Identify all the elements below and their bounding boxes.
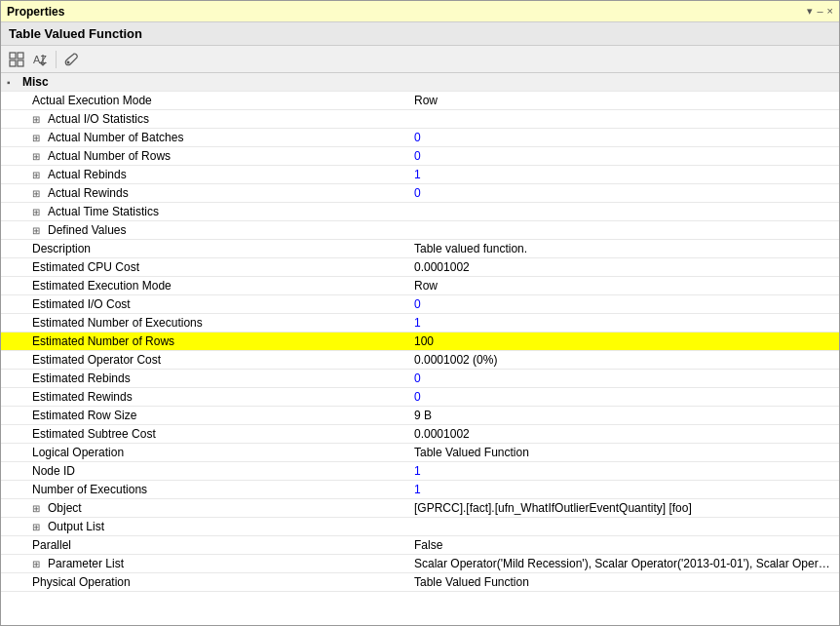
prop-estimated-operator-cost: Estimated Operator Cost 0.0001002 (0%) bbox=[1, 351, 839, 370]
actual-rebinds-label: Actual Rebinds bbox=[48, 168, 127, 181]
actual-io-statistics-value bbox=[410, 110, 839, 128]
physical-operation-value: Table Valued Function bbox=[410, 573, 839, 591]
prop-actual-rewinds[interactable]: ⊞ Actual Rewinds 0 bbox=[1, 184, 839, 203]
estimated-subtree-cost-value: 0.0001002 bbox=[410, 425, 839, 443]
parameter-list-expand-icon[interactable]: ⊞ bbox=[32, 559, 44, 569]
estimated-rewinds-value: 0 bbox=[410, 388, 839, 406]
prop-estimated-number-of-rows: Estimated Number of Rows 100 bbox=[1, 333, 839, 351]
prop-node-id: Node ID 1 bbox=[1, 462, 839, 481]
estimated-execution-mode-label: Estimated Execution Mode bbox=[32, 279, 172, 293]
prop-actual-rebinds[interactable]: ⊞ Actual Rebinds 1 bbox=[1, 166, 839, 184]
prop-logical-operation: Logical Operation Table Valued Function bbox=[1, 444, 839, 462]
estimated-row-size-label: Estimated Row Size bbox=[32, 409, 136, 422]
estimated-io-cost-label: Estimated I/O Cost bbox=[32, 297, 131, 311]
estimated-cpu-cost-value: 0.0001002 bbox=[410, 258, 839, 276]
logical-operation-label: Logical Operation bbox=[32, 446, 124, 459]
prop-parameter-list[interactable]: ⊞ Parameter List Scalar Operator('Mild R… bbox=[1, 555, 839, 573]
logical-operation-value: Table Valued Function bbox=[410, 444, 839, 461]
prop-actual-number-of-rows[interactable]: ⊞ Actual Number of Rows 0 bbox=[1, 147, 839, 166]
actual-number-of-batches-value: 0 bbox=[410, 129, 839, 146]
properties-window: Properties ▾ – × Table Valued Function A… bbox=[0, 0, 840, 626]
toolbar-separator bbox=[56, 51, 57, 68]
description-value: Table valued function. bbox=[410, 240, 839, 257]
prop-actual-io-statistics[interactable]: ⊞ Actual I/O Statistics bbox=[1, 110, 839, 129]
prop-defined-values[interactable]: ⊞ Defined Values bbox=[1, 221, 839, 240]
estimated-rewinds-label: Estimated Rewinds bbox=[32, 390, 133, 404]
actual-rewinds-expand-icon[interactable]: ⊞ bbox=[32, 188, 44, 199]
wrench-icon[interactable] bbox=[62, 50, 82, 69]
object-label: Object bbox=[48, 501, 82, 515]
estimated-subtree-cost-label: Estimated Subtree Cost bbox=[32, 427, 156, 441]
actual-batches-expand-icon[interactable]: ⊞ bbox=[32, 133, 44, 143]
panel-title: Table Valued Function bbox=[1, 22, 839, 46]
defined-values-label: Defined Values bbox=[48, 223, 127, 237]
estimated-rebinds-value: 0 bbox=[410, 370, 839, 387]
estimated-rebinds-label: Estimated Rebinds bbox=[32, 372, 131, 385]
prop-actual-time-statistics[interactable]: ⊞ Actual Time Statistics bbox=[1, 203, 839, 221]
actual-rebinds-expand-icon[interactable]: ⊞ bbox=[32, 170, 44, 180]
prop-physical-operation: Physical Operation Table Valued Function bbox=[1, 573, 839, 592]
title-bar-controls: ▾ – × bbox=[807, 5, 833, 18]
parameter-list-value: Scalar Operator('Mild Recession'), Scala… bbox=[410, 555, 839, 572]
estimated-execution-mode-value: Row bbox=[410, 277, 839, 294]
misc-expand-icon[interactable]: ▪ bbox=[7, 77, 19, 88]
prop-actual-number-of-batches[interactable]: ⊞ Actual Number of Batches 0 bbox=[1, 129, 839, 147]
section-misc[interactable]: ▪ Misc bbox=[1, 73, 839, 92]
prop-estimated-number-of-executions: Estimated Number of Executions 1 bbox=[1, 314, 839, 333]
prop-parallel: Parallel False bbox=[1, 536, 839, 555]
svg-rect-2 bbox=[10, 60, 16, 66]
output-list-value bbox=[410, 518, 839, 535]
object-value: [GPRCC].[fact].[ufn_WhatIfOutlierEventQu… bbox=[410, 499, 839, 517]
pin-button[interactable]: ▾ bbox=[807, 5, 813, 18]
prop-output-list[interactable]: ⊞ Output List bbox=[1, 518, 839, 536]
estimated-row-size-value: 9 B bbox=[410, 407, 839, 424]
svg-point-6 bbox=[67, 60, 70, 63]
prop-object[interactable]: ⊞ Object [GPRCC].[fact].[ufn_WhatIfOutli… bbox=[1, 499, 839, 518]
prop-estimated-row-size: Estimated Row Size 9 B bbox=[1, 407, 839, 425]
actual-time-statistics-value bbox=[410, 203, 839, 220]
estimated-number-of-rows-label: Estimated Number of Rows bbox=[32, 334, 174, 348]
estimated-operator-cost-label: Estimated Operator Cost bbox=[32, 353, 161, 367]
number-of-executions-label: Number of Executions bbox=[32, 483, 147, 496]
prop-estimated-subtree-cost: Estimated Subtree Cost 0.0001002 bbox=[1, 425, 839, 444]
grid-icon[interactable] bbox=[7, 50, 26, 69]
svg-rect-1 bbox=[18, 53, 23, 59]
parallel-value: False bbox=[410, 536, 839, 554]
prop-actual-execution-mode: Actual Execution Mode Row bbox=[1, 92, 839, 110]
window-title: Properties bbox=[7, 5, 64, 19]
actual-execution-mode-value: Row bbox=[410, 92, 839, 109]
actual-io-statistics-label: Actual I/O Statistics bbox=[48, 112, 149, 126]
actual-execution-mode-label: Actual Execution Mode bbox=[32, 94, 152, 107]
defined-values-value bbox=[410, 221, 839, 239]
prop-estimated-cpu-cost: Estimated CPU Cost 0.0001002 bbox=[1, 258, 839, 277]
actual-io-expand-icon[interactable]: ⊞ bbox=[32, 114, 44, 125]
node-id-label: Node ID bbox=[32, 464, 75, 478]
misc-label: Misc bbox=[22, 75, 49, 89]
actual-number-of-batches-label: Actual Number of Batches bbox=[48, 131, 183, 144]
actual-time-expand-icon[interactable]: ⊞ bbox=[32, 207, 44, 217]
estimated-number-of-rows-value: 100 bbox=[410, 333, 839, 350]
actual-rebinds-value: 1 bbox=[410, 166, 839, 183]
sort-icon[interactable]: AZ bbox=[30, 50, 50, 69]
prop-estimated-rewinds: Estimated Rewinds 0 bbox=[1, 388, 839, 407]
physical-operation-label: Physical Operation bbox=[32, 575, 131, 589]
actual-rows-expand-icon[interactable]: ⊞ bbox=[32, 151, 44, 162]
output-list-expand-icon[interactable]: ⊞ bbox=[32, 522, 44, 532]
parameter-list-label: Parameter List bbox=[48, 557, 124, 570]
svg-rect-3 bbox=[18, 60, 23, 66]
close-button[interactable]: × bbox=[827, 5, 833, 18]
output-list-label: Output List bbox=[48, 520, 104, 533]
defined-values-expand-icon[interactable]: ⊞ bbox=[32, 225, 44, 236]
prop-description: Description Table valued function. bbox=[1, 240, 839, 258]
estimated-number-of-executions-value: 1 bbox=[410, 314, 839, 332]
node-id-value: 1 bbox=[410, 462, 839, 480]
actual-number-of-rows-label: Actual Number of Rows bbox=[48, 149, 171, 163]
number-of-executions-value: 1 bbox=[410, 481, 839, 498]
svg-rect-0 bbox=[10, 53, 16, 59]
actual-rewinds-label: Actual Rewinds bbox=[48, 186, 129, 200]
minimize-button[interactable]: – bbox=[817, 5, 822, 18]
properties-table: ▪ Misc Actual Execution Mode Row ⊞ Actua… bbox=[1, 73, 839, 625]
object-expand-icon[interactable]: ⊞ bbox=[32, 503, 44, 514]
actual-number-of-rows-value: 0 bbox=[410, 147, 839, 165]
prop-estimated-rebinds: Estimated Rebinds 0 bbox=[1, 370, 839, 388]
